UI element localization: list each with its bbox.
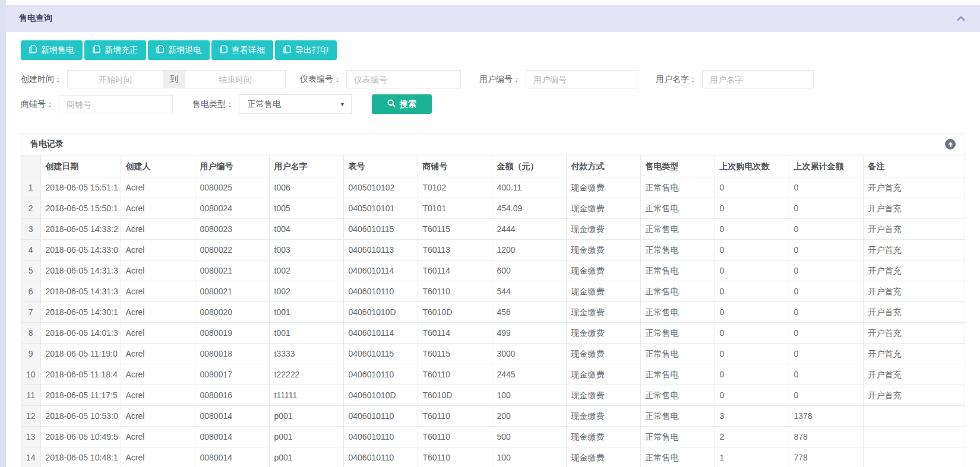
table-cell: Acrel [121, 364, 195, 385]
row-index: 4 [21, 240, 40, 260]
table-cell: 0406010113 [343, 240, 418, 260]
collapse-up-icon[interactable] [945, 139, 956, 150]
table-cell [863, 427, 965, 447]
row-index: 5 [21, 260, 40, 281]
table-cell: 正常售电 [640, 219, 715, 240]
user-name-input[interactable] [702, 70, 814, 88]
column-header: 金额（元） [492, 155, 566, 177]
column-header: 商铺号 [418, 155, 492, 177]
to-label: 到 [163, 70, 185, 88]
user-no-input[interactable] [526, 70, 637, 88]
table-cell: 0080018 [195, 344, 269, 364]
table-cell: t11111 [269, 385, 343, 406]
table-cell: 正常售电 [640, 447, 715, 467]
table-row[interactable]: 42018-06-05 14:33:0Acrel0080022t00304060… [21, 240, 965, 260]
table-cell: T60115 [418, 219, 492, 240]
table-cell: 499 [492, 323, 566, 344]
copy-icon [283, 45, 291, 55]
table-row[interactable]: 62018-06-05 14:31:3Acrel0080021t00204060… [21, 281, 965, 302]
main-container: 售电查询 新增售电 新增充正 新增退电 查看详细 导出打印 [6, 0, 980, 467]
table-cell: 878 [789, 427, 863, 447]
view-detail-button[interactable]: 查看详细 [211, 40, 273, 60]
add-refund-button[interactable]: 新增退电 [148, 40, 210, 60]
table-cell: T60110 [418, 281, 492, 302]
table-row[interactable]: 32018-06-05 14:33:2Acrel0080023t00404060… [21, 219, 965, 240]
chevron-up-icon[interactable] [956, 15, 966, 22]
user-no-label: 用户编号： [479, 74, 521, 85]
row-index: 8 [21, 323, 40, 344]
table-cell: 0080020 [195, 302, 269, 323]
table-cell: t005 [269, 198, 343, 219]
table-cell: 2018-06-05 14:33:0 [40, 240, 121, 260]
table-cell: 开户首充 [863, 281, 965, 302]
table-row[interactable]: 122018-06-05 10:53:0Acrel0080014p0010406… [21, 406, 965, 427]
table-cell: 454.09 [492, 198, 566, 219]
table-cell: 正常售电 [640, 364, 715, 385]
table-cell: 正常售电 [640, 344, 715, 364]
table-row[interactable]: 92018-06-05 11:19:0Acrel0080018t33330406… [21, 344, 965, 364]
table-cell: 0 [715, 219, 789, 240]
shop-no-label: 商铺号： [21, 99, 54, 110]
search-button[interactable]: 搜索 [372, 94, 432, 114]
table-cell: 500 [492, 427, 566, 447]
table-cell: Acrel [121, 427, 195, 447]
row-index: 12 [21, 406, 40, 427]
meter-no-input[interactable] [346, 70, 461, 88]
table-cell: 2018-06-05 14:33:2 [40, 219, 121, 240]
table-row[interactable]: 142018-06-05 10:48:1Acrel0080014p0010406… [21, 447, 965, 467]
table-cell: 0 [715, 385, 789, 406]
shop-no-input[interactable] [59, 95, 173, 113]
column-header: 表号 [343, 155, 418, 177]
table-cell: 0080014 [195, 406, 269, 427]
table-cell: 开户首充 [863, 240, 965, 260]
table-cell: 开户首充 [863, 323, 965, 344]
table-cell: 现金缴费 [566, 198, 640, 219]
filter-row-1: 创建时间： 到 仪表编号： 用户编号： 用户名字： [21, 70, 980, 88]
table-row[interactable]: 82018-06-05 14:01:3Acrel0080019t00104060… [21, 323, 965, 344]
column-header [21, 155, 40, 177]
records-panel: 售电记录 创建日期创建人用户编号用户名字表号商铺号金额（元）付款方式售电类型上次… [21, 133, 965, 467]
table-cell: 2018-06-05 14:30:1 [40, 302, 121, 323]
add-sale-button[interactable]: 新增售电 [21, 40, 83, 60]
table-cell: 开户首充 [863, 302, 965, 323]
table-row[interactable]: 52018-06-05 14:31:3Acrel0080021t00204060… [21, 260, 965, 281]
table-cell: t22222 [269, 364, 343, 385]
table-cell: 现金缴费 [566, 406, 640, 427]
table-cell: t002 [269, 281, 343, 302]
start-time-input[interactable] [67, 70, 163, 88]
end-time-input[interactable] [185, 70, 286, 88]
table-cell: 正常售电 [640, 260, 715, 281]
page-title: 售电查询 [19, 13, 52, 24]
add-correction-button[interactable]: 新增充正 [84, 40, 146, 60]
table-cell: T0101 [418, 198, 492, 219]
table-row[interactable]: 72018-06-05 14:30:1Acrel0080020t00104060… [21, 302, 965, 323]
export-print-button[interactable]: 导出打印 [275, 40, 337, 60]
table-cell: Acrel [121, 240, 195, 260]
table-cell: t004 [269, 219, 343, 240]
table-cell: 0 [789, 364, 863, 385]
table-cell: Acrel [121, 323, 195, 344]
table-cell: 0 [789, 198, 863, 219]
table-cell: t006 [269, 177, 343, 198]
table-cell: Acrel [121, 344, 195, 364]
row-index: 9 [21, 344, 40, 364]
column-header: 付款方式 [566, 155, 640, 177]
table-cell: 0 [789, 260, 863, 281]
table-cell: 3000 [492, 344, 566, 364]
table-cell: 0080025 [195, 177, 269, 198]
sale-type-select[interactable]: 正常售电 ▼ [239, 94, 352, 114]
table-row[interactable]: 22018-06-05 15:50:1Acrel0080024t00504050… [21, 198, 965, 219]
copy-icon [93, 45, 100, 55]
table-cell: T60110 [418, 447, 492, 467]
table-cell: 现金缴费 [566, 344, 640, 364]
table-cell: 040601010D [343, 385, 418, 406]
table-cell: 正常售电 [640, 406, 715, 427]
table-row[interactable]: 12018-06-05 15:51:1Acrel0080025t00604050… [21, 177, 965, 198]
table-row[interactable]: 102018-06-05 11:18:4Acrel0080017t2222204… [21, 364, 965, 385]
table-row[interactable]: 112018-06-05 11:17:5Acrel0080016t1111104… [21, 385, 965, 406]
table-cell: Acrel [121, 198, 195, 219]
table-cell: 0 [715, 198, 789, 219]
table-row[interactable]: 132018-06-05 10:49:5Acrel0080014p0010406… [21, 427, 965, 447]
table-cell: 现金缴费 [566, 447, 640, 467]
search-icon [387, 99, 396, 109]
